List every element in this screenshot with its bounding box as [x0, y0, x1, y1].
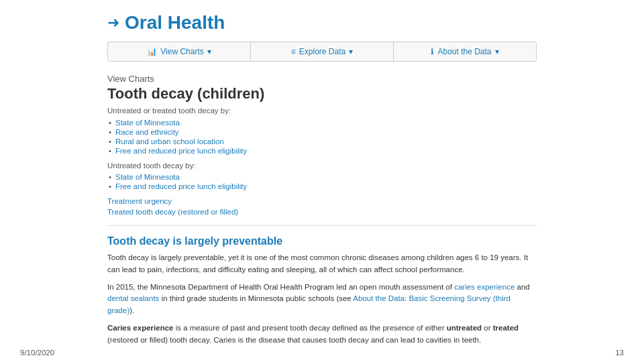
content-area: ➜ Oral Health 📊 View Charts ▾ ≡ Explore …: [107, 0, 604, 347]
arrow-icon: ➜: [107, 14, 119, 32]
para2-before: In 2015, the Minnesota Department of Hea…: [107, 283, 454, 291]
toolbar: 📊 View Charts ▾ ≡ Explore Data ▾ ℹ About…: [107, 42, 537, 62]
para2-mid2: in third grade students in Minnesota pub…: [159, 294, 353, 302]
list-item: Free and reduced price lunch eligibility: [115, 182, 604, 190]
view-charts-button[interactable]: 📊 View Charts ▾: [108, 42, 251, 61]
subtitle2: Untreated tooth decay by:: [107, 162, 604, 170]
preventable-section: Tooth decay is largely preventable Tooth…: [107, 235, 604, 347]
info-icon: ℹ: [431, 47, 434, 56]
page-title: Oral Health: [125, 12, 225, 34]
list-item: Race and ethnicity: [115, 128, 604, 136]
list-link[interactable]: State of Minnesota: [115, 119, 180, 127]
para3-bold2: untreated: [447, 324, 482, 332]
list-item: Free and reduced price lunch eligibility: [115, 147, 604, 155]
subtitle1: Untreated or treated tooth decay by:: [107, 107, 604, 115]
list-item: Rural and urban school location: [115, 137, 604, 145]
para2-mid1: and: [515, 283, 529, 291]
section-title: Tooth decay (children): [107, 85, 604, 103]
para3-mid: or: [482, 324, 493, 332]
explore-data-dropdown-icon: ▾: [349, 47, 353, 56]
view-charts-section: View Charts Tooth decay (children) Untre…: [107, 74, 604, 216]
treated-tooth-decay-link[interactable]: Treated tooth decay (restored or filled): [107, 208, 604, 216]
para3-end: (restored or filled) tooth decay. Caries…: [107, 336, 481, 344]
para3: Caries experience is a measure of past a…: [107, 322, 537, 347]
caries-experience-link[interactable]: caries experience: [454, 283, 515, 291]
section-divider: [107, 225, 537, 226]
list-item: State of Minnesota: [115, 173, 604, 181]
about-data-dropdown-icon: ▾: [495, 47, 499, 56]
footer-page: 13: [615, 349, 624, 357]
list-link[interactable]: State of Minnesota: [115, 173, 180, 181]
para3-rest: is a measure of past and present tooth d…: [173, 324, 446, 332]
explore-icon: ≡: [291, 47, 296, 56]
para2: In 2015, the Minnesota Department of Hea…: [107, 282, 537, 317]
para3-bold1: Caries experience: [107, 324, 173, 332]
treatment-urgency-link[interactable]: Treatment urgency: [107, 197, 604, 205]
view-charts-dropdown-icon: ▾: [207, 47, 211, 56]
list1: State of Minnesota Race and ethnicity Ru…: [107, 119, 604, 155]
preventable-title: Tooth decay is largely preventable: [107, 235, 604, 247]
list-link[interactable]: Rural and urban school location: [115, 137, 224, 145]
view-charts-label: View Charts: [160, 47, 203, 56]
list2: State of Minnesota Free and reduced pric…: [107, 173, 604, 190]
list-link[interactable]: Race and ethnicity: [115, 128, 179, 136]
about-data-button[interactable]: ℹ About the Data ▾: [394, 42, 536, 61]
dental-sealants-link[interactable]: dental sealants: [107, 294, 159, 302]
para1: Tooth decay is largely preventable, yet …: [107, 252, 537, 276]
list-link[interactable]: Free and reduced price lunch eligibility: [115, 147, 247, 155]
footer-date: 9/10/2020: [20, 349, 54, 357]
list-item: State of Minnesota: [115, 119, 604, 127]
about-data-label: About the Data: [437, 47, 491, 56]
para3-bold3: treated: [493, 324, 519, 332]
chart-icon: 📊: [147, 47, 157, 56]
explore-data-button[interactable]: ≡ Explore Data ▾: [251, 42, 394, 61]
page-title-row: ➜ Oral Health: [107, 12, 604, 34]
section-label: View Charts: [107, 74, 604, 84]
page-wrapper: ➜ Oral Health 📊 View Charts ▾ ≡ Explore …: [0, 0, 644, 362]
explore-data-label: Explore Data: [299, 47, 345, 56]
para2-end: ).: [129, 306, 134, 314]
list-link[interactable]: Free and reduced price lunch eligibility: [115, 182, 247, 190]
